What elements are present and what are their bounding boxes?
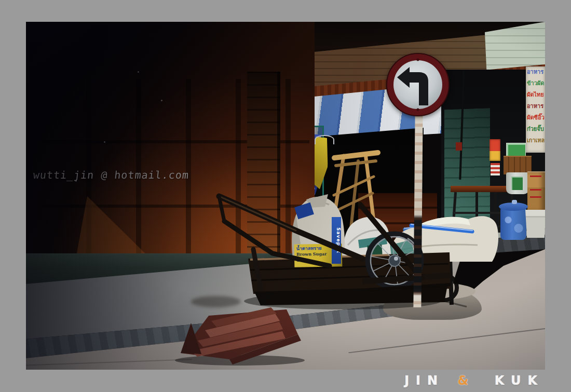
caption: JIN & KUK [404,372,544,389]
watermark: wutti_jin @ hotmail.com [33,169,189,181]
cart-handles [219,196,362,289]
dust-speck [138,71,139,73]
cart-handles-layer [26,22,545,370]
dust-speck [104,141,105,143]
dust-speck [75,180,77,182]
photograph: อาหาร ข้าวผัด ผัดไทย อาหาร ผัดซีอิ๊ว ก๋ว… [26,22,545,370]
caption-symbol: & [457,373,475,388]
caption-left: JIN [404,373,444,388]
turn-left-traffic-sign [386,52,450,117]
caption-right: KUK [495,373,544,388]
dust-speck [161,100,162,101]
sign-face [393,60,442,109]
